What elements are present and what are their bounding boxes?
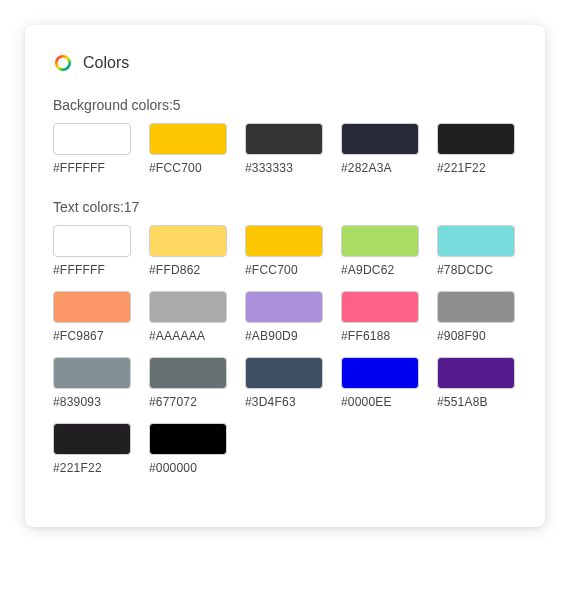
swatch-box[interactable]: [245, 225, 323, 257]
swatch-box[interactable]: [341, 357, 419, 389]
swatch-label: #FF6188: [341, 329, 419, 343]
swatch-item[interactable]: #78DCDC: [437, 225, 515, 277]
swatch-item[interactable]: #FCC700: [149, 123, 227, 175]
swatch-label: #0000EE: [341, 395, 419, 409]
background-colors-section: Background colors:5 #FFFFFF#FCC700#33333…: [53, 97, 517, 175]
swatch-box[interactable]: [53, 423, 131, 455]
swatch-box[interactable]: [53, 291, 131, 323]
swatch-box[interactable]: [245, 291, 323, 323]
swatch-label: #333333: [245, 161, 323, 175]
swatch-label: #AB90D9: [245, 329, 323, 343]
swatch-box[interactable]: [245, 123, 323, 155]
swatch-item[interactable]: #282A3A: [341, 123, 419, 175]
colors-panel: Colors Background colors:5 #FFFFFF#FCC70…: [25, 25, 545, 527]
swatch-label: #839093: [53, 395, 131, 409]
text-colors-section: Text colors:17 #FFFFFF#FFD862#FCC700#A9D…: [53, 199, 517, 475]
section-label-background: Background colors:5: [53, 97, 517, 113]
svg-point-0: [56, 56, 69, 69]
swatch-label: #FFD862: [149, 263, 227, 277]
background-swatches: #FFFFFF#FCC700#333333#282A3A#221F22: [53, 123, 517, 175]
swatch-label: #78DCDC: [437, 263, 515, 277]
section-count: 17: [124, 199, 140, 215]
swatch-label: #FCC700: [149, 161, 227, 175]
swatch-item[interactable]: #0000EE: [341, 357, 419, 409]
swatch-box[interactable]: [341, 123, 419, 155]
swatch-label: #000000: [149, 461, 227, 475]
swatch-item[interactable]: #A9DC62: [341, 225, 419, 277]
swatch-label: #3D4F63: [245, 395, 323, 409]
swatch-item[interactable]: #FFD862: [149, 225, 227, 277]
swatch-box[interactable]: [149, 357, 227, 389]
text-swatches: #FFFFFF#FFD862#FCC700#A9DC62#78DCDC#FC98…: [53, 225, 517, 475]
swatch-box[interactable]: [245, 357, 323, 389]
swatch-box[interactable]: [149, 423, 227, 455]
swatch-item[interactable]: #AAAAAA: [149, 291, 227, 343]
swatch-box[interactable]: [53, 357, 131, 389]
swatch-label: #677072: [149, 395, 227, 409]
swatch-box[interactable]: [437, 123, 515, 155]
swatch-label: #FC9867: [53, 329, 131, 343]
swatch-box[interactable]: [53, 123, 131, 155]
swatch-box[interactable]: [53, 225, 131, 257]
swatch-label: #908F90: [437, 329, 515, 343]
swatch-item[interactable]: #908F90: [437, 291, 515, 343]
section-count: 5: [173, 97, 181, 113]
section-label-prefix: Text colors:: [53, 199, 124, 215]
swatch-box[interactable]: [437, 225, 515, 257]
swatch-item[interactable]: #000000: [149, 423, 227, 475]
panel-title: Colors: [83, 54, 129, 72]
swatch-label: #551A8B: [437, 395, 515, 409]
swatch-item[interactable]: #551A8B: [437, 357, 515, 409]
swatch-box[interactable]: [437, 357, 515, 389]
swatch-box[interactable]: [149, 123, 227, 155]
swatch-item[interactable]: #FFFFFF: [53, 225, 131, 277]
swatch-label: #282A3A: [341, 161, 419, 175]
section-label-text: Text colors:17: [53, 199, 517, 215]
color-ring-icon: [53, 53, 73, 73]
swatch-box[interactable]: [437, 291, 515, 323]
swatch-box[interactable]: [149, 225, 227, 257]
swatch-item[interactable]: #3D4F63: [245, 357, 323, 409]
swatch-item[interactable]: #839093: [53, 357, 131, 409]
swatch-item[interactable]: #221F22: [53, 423, 131, 475]
swatch-box[interactable]: [149, 291, 227, 323]
swatch-item[interactable]: #FFFFFF: [53, 123, 131, 175]
swatch-label: #A9DC62: [341, 263, 419, 277]
swatch-item[interactable]: #FC9867: [53, 291, 131, 343]
swatch-box[interactable]: [341, 225, 419, 257]
swatch-label: #FFFFFF: [53, 161, 131, 175]
swatch-item[interactable]: #221F22: [437, 123, 515, 175]
swatch-item[interactable]: #FF6188: [341, 291, 419, 343]
swatch-label: #FFFFFF: [53, 263, 131, 277]
swatch-box[interactable]: [341, 291, 419, 323]
swatch-item[interactable]: #333333: [245, 123, 323, 175]
swatch-item[interactable]: #677072: [149, 357, 227, 409]
swatch-item[interactable]: #AB90D9: [245, 291, 323, 343]
swatch-item[interactable]: #FCC700: [245, 225, 323, 277]
swatch-label: #221F22: [437, 161, 515, 175]
section-label-prefix: Background colors:: [53, 97, 173, 113]
swatch-label: #AAAAAA: [149, 329, 227, 343]
panel-header: Colors: [53, 53, 517, 73]
swatch-label: #FCC700: [245, 263, 323, 277]
swatch-label: #221F22: [53, 461, 131, 475]
